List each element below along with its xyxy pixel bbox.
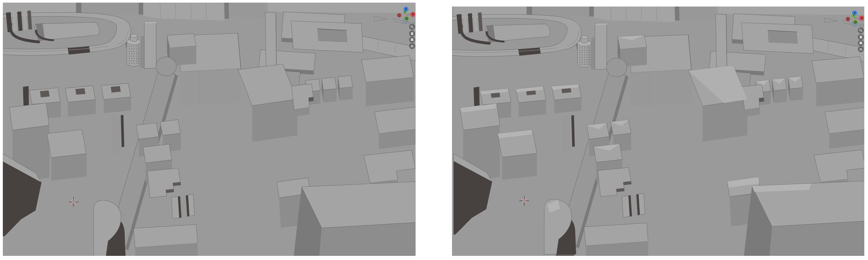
viewport-canvas-right[interactable]: YZX: [452, 6, 864, 256]
edge-box-roof: [375, 107, 415, 134]
desktop-background: YZX YZX: [0, 0, 868, 260]
cylinder-window-ribs: [582, 50, 583, 51]
zoom-tool-button[interactable]: [858, 28, 864, 33]
axis-y-negative-ball[interactable]: [404, 17, 409, 21]
scene-polygon: [172, 197, 179, 219]
cylinder-window-ribs: [579, 47, 580, 48]
cylinder-window-ribs: [131, 53, 132, 54]
projection-toggle-button[interactable]: [858, 46, 864, 52]
zoom-tool-button-circle[interactable]: [409, 24, 415, 30]
box-roof: [143, 144, 172, 163]
cylinder-window-ribs: [587, 59, 588, 60]
camera-icon: [860, 42, 862, 44]
cylinder-window-ribs: [133, 60, 134, 61]
cylinder-window-ribs: [136, 60, 137, 61]
box-roof: [136, 123, 159, 139]
mid-box-roof: [167, 34, 196, 48]
cylinder-window-ribs: [129, 53, 130, 54]
cylinder-window-ribs: [589, 52, 590, 53]
cylinder-window-ribs: [131, 46, 132, 47]
viewport-canvas-left[interactable]: YZX: [3, 3, 415, 256]
cylinder-window-ribs: [580, 59, 581, 60]
big-slab-face: [631, 69, 691, 106]
cylinder-window-ribs: [589, 64, 590, 65]
cylinder-window-ribs: [131, 48, 132, 50]
backdrop-gap: [589, 6, 594, 17]
cylinder-window-ribs: [584, 50, 585, 51]
cylinder-window-ribs: [582, 59, 583, 60]
axis-x-positive-ball-label: X: [861, 17, 863, 20]
axis-y-negative-ball[interactable]: [854, 20, 858, 24]
axis-x-negative-ball[interactable]: [397, 13, 401, 18]
axis-x-positive-ball-label: X: [412, 13, 414, 16]
cylinder-window-ribs: [586, 47, 587, 48]
pan-tool-button[interactable]: [858, 34, 864, 40]
scene-polygon: [75, 88, 85, 95]
cylinder-window-ribs: [586, 52, 587, 53]
cylinder-window-ribs: [136, 55, 137, 57]
scene-polygon: [130, 34, 137, 37]
cylinder-window-ribs: [589, 61, 590, 63]
scene-polygon: [366, 77, 414, 106]
cylinder-window-ribs: [584, 64, 585, 65]
cylinder-window-ribs: [584, 61, 585, 63]
cylinder-window-ribs: [138, 55, 139, 57]
cylinder-window-ribs: [129, 58, 130, 59]
camera-icon: [860, 43, 862, 44]
backdrop-block: [143, 3, 224, 21]
projection-toggle-button-circle[interactable]: [409, 43, 415, 49]
scene-polygon: [502, 154, 537, 180]
cylinder-window-ribs: [129, 63, 130, 64]
cylinder-window-ribs: [133, 46, 134, 47]
pan-tool-button[interactable]: [409, 31, 415, 37]
hand-icon: [411, 33, 413, 35]
cylinder-window-ribs: [580, 50, 581, 51]
scene-polygon: [703, 100, 747, 142]
cylinder-window-ribs: [138, 46, 139, 47]
cylinder-window-ribs: [582, 64, 583, 65]
zoom-tool-button[interactable]: [409, 24, 415, 30]
cylinder-window-ribs: [136, 51, 137, 52]
cylinder-window-ribs: [579, 57, 580, 58]
scene-polygon: [562, 116, 571, 154]
zoom-tool-button-circle[interactable]: [858, 28, 864, 33]
camera-icon: [412, 38, 413, 39]
courtyard-hole: [317, 29, 347, 42]
backdrop-block: [267, 3, 415, 13]
camera-icon: [860, 42, 861, 43]
backdrop-gap: [224, 3, 229, 19]
scene-polygon: [51, 154, 86, 181]
cylinder-window-ribs: [131, 58, 132, 59]
big-slab-face: [181, 69, 241, 106]
camera-view-button[interactable]: [858, 40, 864, 46]
scene-polygon: [68, 100, 95, 117]
projection-toggle-button-circle[interactable]: [858, 46, 864, 52]
cylinder-window-ribs: [586, 61, 587, 63]
cylinder-window-ribs: [136, 46, 137, 47]
backdrop-block: [717, 6, 864, 15]
backdrop-block: [228, 3, 265, 18]
cylinder-window-ribs: [586, 57, 587, 58]
cylinder-window-ribs: [584, 47, 585, 48]
scene-polygon: [319, 223, 415, 256]
courtyard-hole: [768, 30, 798, 43]
cylinder-window-ribs: [582, 61, 583, 63]
cylinder-window-ribs: [134, 63, 135, 64]
viewport-3d-left[interactable]: YZX: [3, 3, 415, 256]
tall-slab: [595, 23, 607, 69]
viewport-3d-right[interactable]: YZX: [452, 6, 864, 256]
cylinder-window-ribs: [584, 57, 585, 58]
projection-toggle-button[interactable]: [409, 43, 415, 49]
cylinder-window-ribs: [587, 64, 588, 65]
box-roof: [47, 130, 86, 158]
cylinder-window-ribs: [589, 57, 590, 58]
axis-x-negative-ball[interactable]: [846, 17, 850, 21]
cylinder-window-ribs: [579, 61, 580, 63]
box-roof: [160, 120, 181, 135]
box-roof: [9, 103, 49, 130]
camera-view-button[interactable]: [409, 37, 415, 43]
backdrop-block: [532, 6, 589, 16]
tall-slab: [145, 21, 156, 68]
cylinder-window-ribs: [589, 47, 590, 48]
cylinder-window-ribs: [587, 54, 588, 56]
